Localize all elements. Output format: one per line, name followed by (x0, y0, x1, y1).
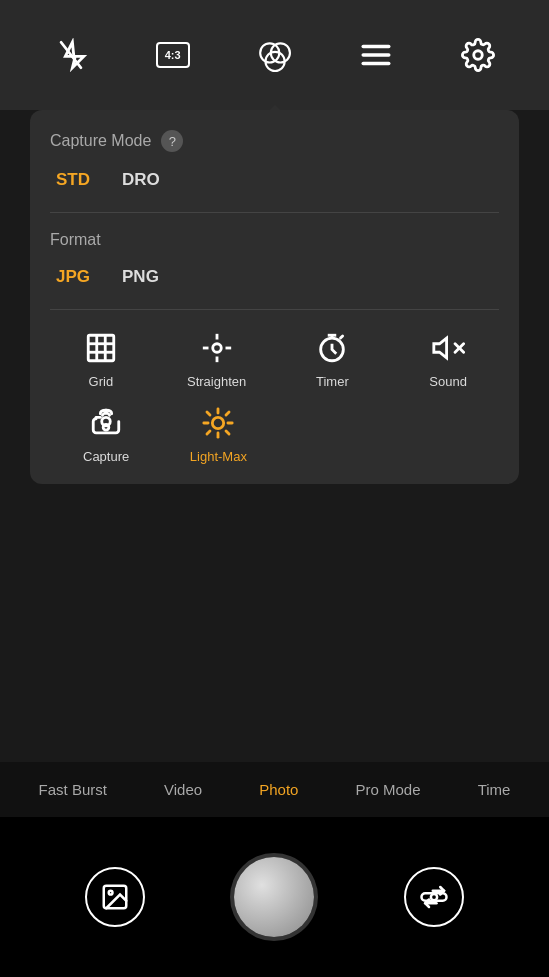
straighten-icon (197, 328, 237, 368)
svg-line-31 (207, 431, 210, 434)
timer-icon (312, 328, 352, 368)
straighten-label: Straighten (187, 374, 246, 389)
bottom-camera-bar (0, 817, 549, 977)
capture-mode-dro-btn[interactable]: DRO (116, 166, 166, 194)
sound-off-icon (428, 328, 468, 368)
tools-section: Grid Straighten (50, 328, 499, 464)
capture-tool[interactable]: Capture (50, 403, 162, 464)
straighten-tool[interactable]: Straighten (166, 328, 268, 389)
nav-fast-burst[interactable]: Fast Burst (31, 775, 115, 804)
nav-time[interactable]: Time (470, 775, 519, 804)
settings-icon[interactable] (453, 30, 503, 80)
svg-line-29 (207, 412, 210, 415)
capture-mode-help[interactable]: ? (161, 130, 183, 152)
menu-icon[interactable] (351, 30, 401, 80)
tools-row1: Grid Straighten (50, 328, 499, 389)
capture-mode-header: Capture Mode ? (50, 130, 499, 152)
gallery-button[interactable] (85, 867, 145, 927)
color-filter-icon[interactable] (249, 30, 299, 80)
format-options: JPG PNG (50, 263, 499, 291)
light-max-tool[interactable]: Light-Max (162, 403, 274, 464)
aspect-ratio-icon[interactable]: 4:3 (148, 30, 198, 80)
timer-label: Timer (316, 374, 349, 389)
dropdown-panel: Capture Mode ? STD DRO Format JPG PNG (30, 110, 519, 484)
svg-line-30 (226, 431, 229, 434)
svg-rect-8 (88, 335, 114, 361)
format-png-btn[interactable]: PNG (116, 263, 165, 291)
svg-point-36 (431, 894, 437, 900)
light-max-label: Light-Max (190, 449, 247, 464)
capture-mode-title: Capture Mode (50, 132, 151, 150)
capture-mode-section: Capture Mode ? STD DRO (50, 130, 499, 213)
shutter-button[interactable] (234, 857, 314, 937)
svg-point-24 (213, 417, 224, 428)
format-title: Format (50, 231, 101, 249)
nav-video[interactable]: Video (156, 775, 210, 804)
top-bar: 4:3 (0, 0, 549, 110)
flash-off-icon[interactable] (46, 30, 96, 80)
format-header: Format (50, 231, 499, 249)
format-jpg-btn[interactable]: JPG (50, 263, 96, 291)
nav-pro-mode[interactable]: Pro Mode (347, 775, 428, 804)
svg-point-34 (109, 891, 113, 895)
nav-photo[interactable]: Photo (251, 775, 306, 804)
timer-tool[interactable]: Timer (282, 328, 384, 389)
bottom-nav: Fast Burst Video Photo Pro Mode Time (0, 762, 549, 817)
capture-icon (86, 403, 126, 443)
capture-mode-std-btn[interactable]: STD (50, 166, 96, 194)
capture-mode-options: STD DRO (50, 166, 499, 194)
aspect-ratio-label: 4:3 (165, 49, 181, 61)
grid-icon (81, 328, 121, 368)
grid-tool[interactable]: Grid (50, 328, 152, 389)
svg-point-7 (474, 51, 483, 60)
gap-fill (0, 680, 549, 755)
svg-point-13 (212, 344, 221, 353)
grid-label: Grid (89, 374, 114, 389)
light-max-icon (198, 403, 238, 443)
sound-label: Sound (429, 374, 467, 389)
format-section: Format JPG PNG (50, 231, 499, 310)
svg-line-32 (226, 412, 229, 415)
capture-label: Capture (83, 449, 129, 464)
flip-camera-button[interactable] (404, 867, 464, 927)
sound-tool[interactable]: Sound (397, 328, 499, 389)
